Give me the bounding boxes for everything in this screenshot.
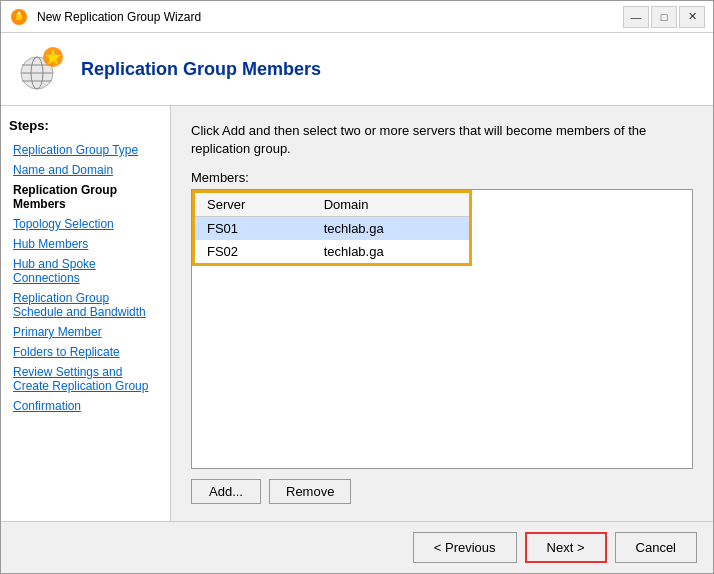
orange-selection-border: Server Domain FS01techlab.gaFS02techlab.… [192, 190, 472, 266]
remove-button[interactable]: Remove [269, 479, 351, 504]
sidebar-step-9[interactable]: Review Settings and Create Replication G… [9, 363, 162, 395]
sidebar-step-2: Replication Group Members [9, 181, 162, 213]
sidebar-step-6[interactable]: Replication Group Schedule and Bandwidth [9, 289, 162, 321]
cancel-button[interactable]: Cancel [615, 532, 697, 563]
server-column-header: Server [195, 193, 312, 217]
sidebar-step-3[interactable]: Topology Selection [9, 215, 162, 233]
sidebar-step-10[interactable]: Confirmation [9, 397, 162, 415]
previous-button[interactable]: < Previous [413, 532, 517, 563]
action-buttons: Add... Remove [191, 479, 693, 504]
domain-cell-1: techlab.ga [312, 240, 469, 263]
maximize-button[interactable]: □ [651, 6, 677, 28]
window-controls: — □ ✕ [623, 6, 705, 28]
members-label: Members: [191, 170, 693, 185]
server-cell-1: FS02 [195, 240, 312, 263]
sidebar-step-0[interactable]: Replication Group Type [9, 141, 162, 159]
close-button[interactable]: ✕ [679, 6, 705, 28]
members-table-container: Server Domain FS01techlab.gaFS02techlab.… [191, 189, 693, 469]
next-button[interactable]: Next > [525, 532, 607, 563]
header-area: Replication Group Members [1, 33, 713, 106]
sidebar-step-1[interactable]: Name and Domain [9, 161, 162, 179]
table-row-1[interactable]: FS02techlab.ga [195, 240, 469, 263]
svg-point-2 [16, 14, 22, 20]
sidebar-step-7[interactable]: Primary Member [9, 323, 162, 341]
add-button[interactable]: Add... [191, 479, 261, 504]
table-row-0[interactable]: FS01techlab.ga [195, 217, 469, 241]
content-area: Steps: Replication Group TypeName and Do… [1, 106, 713, 521]
footer: < Previous Next > Cancel [1, 521, 713, 573]
sidebar-title: Steps: [9, 118, 162, 133]
sidebar-step-4[interactable]: Hub Members [9, 235, 162, 253]
domain-cell-0: techlab.ga [312, 217, 469, 241]
minimize-button[interactable]: — [623, 6, 649, 28]
members-table: Server Domain FS01techlab.gaFS02techlab.… [195, 193, 469, 263]
main-content: Click Add and then select two or more se… [171, 106, 713, 521]
domain-column-header: Domain [312, 193, 469, 217]
title-bar: New Replication Group Wizard — □ ✕ [1, 1, 713, 33]
wizard-window: New Replication Group Wizard — □ ✕ Repli… [0, 0, 714, 574]
sidebar-step-5[interactable]: Hub and Spoke Connections [9, 255, 162, 287]
instruction-text: Click Add and then select two or more se… [191, 122, 693, 158]
page-title: Replication Group Members [81, 59, 321, 80]
header-icon [17, 45, 65, 93]
sidebar: Steps: Replication Group TypeName and Do… [1, 106, 171, 521]
sidebar-step-8[interactable]: Folders to Replicate [9, 343, 162, 361]
window-icon [9, 7, 29, 27]
window-title: New Replication Group Wizard [37, 10, 615, 24]
server-cell-0: FS01 [195, 217, 312, 241]
